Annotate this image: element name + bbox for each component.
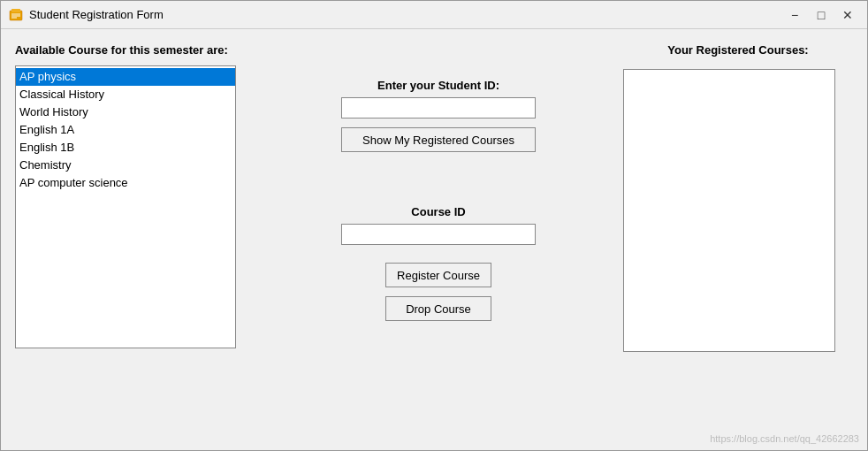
action-buttons: Register Course Drop Course — [385, 263, 491, 321]
window-title: Student Registration Form — [29, 8, 782, 21]
main-window: Student Registration Form − □ ✕ Availabl… — [0, 0, 868, 451]
left-panel: Available Course for this semester are: … — [15, 43, 254, 436]
show-registered-courses-button[interactable]: Show My Registered Courses — [341, 127, 536, 152]
drop-course-button[interactable]: Drop Course — [385, 296, 491, 321]
window-controls: − □ ✕ — [782, 5, 860, 25]
close-button[interactable]: ✕ — [835, 5, 860, 25]
course-id-input[interactable] — [341, 224, 536, 245]
maximize-button[interactable]: □ — [809, 5, 834, 25]
course-list-item[interactable]: English 1B — [16, 139, 235, 157]
middle-panel: Enter your Student ID: Show My Registere… — [254, 43, 623, 436]
course-list-item[interactable]: Classical History — [16, 86, 235, 103]
course-list-item[interactable]: AP physics — [16, 68, 235, 86]
right-panel: Your Registered Courses: — [623, 43, 853, 436]
course-list-item[interactable]: Chemistry — [16, 157, 235, 174]
course-list-item[interactable]: English 1A — [16, 121, 235, 139]
title-bar: Student Registration Form − □ ✕ — [1, 1, 867, 29]
registered-courses-listbox[interactable] — [623, 69, 835, 352]
registered-courses-label: Your Registered Courses: — [623, 43, 853, 57]
course-listbox[interactable]: AP physicsClassical HistoryWorld History… — [15, 65, 236, 348]
app-icon — [8, 7, 24, 23]
student-id-label: Enter your Student ID: — [377, 79, 499, 92]
course-list-item[interactable]: World History — [16, 103, 235, 121]
minimize-button[interactable]: − — [782, 5, 807, 25]
course-id-label: Course ID — [411, 205, 465, 218]
svg-rect-1 — [11, 9, 20, 12]
course-list-item[interactable]: AP computer science — [16, 174, 235, 192]
available-courses-label: Available Course for this semester are: — [15, 43, 254, 57]
main-content: Available Course for this semester are: … — [1, 29, 867, 450]
course-id-section: Course ID — [341, 205, 536, 245]
register-course-button[interactable]: Register Course — [385, 263, 491, 287]
student-id-input[interactable] — [341, 97, 536, 118]
